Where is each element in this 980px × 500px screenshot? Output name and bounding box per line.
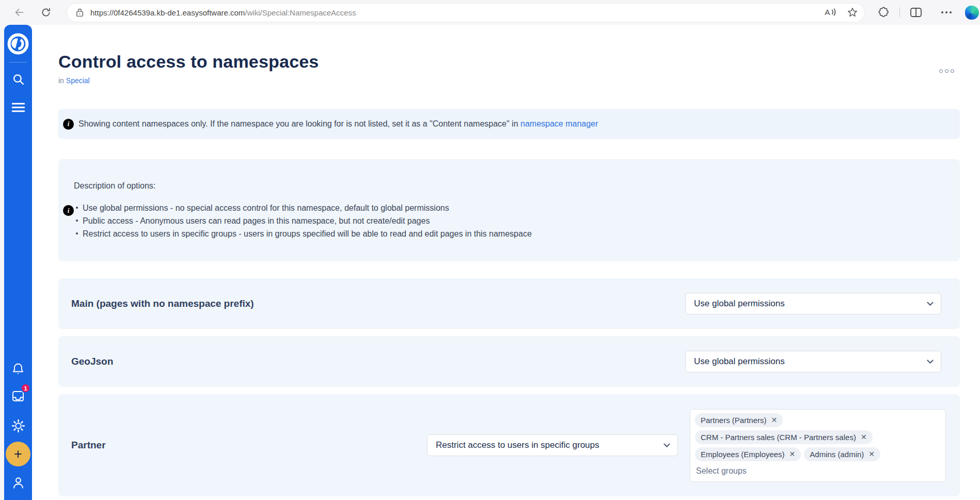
- permission-select-geojson[interactable]: Use global permissions: [685, 351, 941, 372]
- notifications-button[interactable]: [8, 360, 28, 378]
- selected-permission: Restrict access to users in specific gro…: [436, 440, 599, 450]
- url-domain: https://0f4264539a.kb-de1.easysoftware.c…: [90, 8, 245, 17]
- chevron-down-icon: [927, 357, 934, 364]
- app-logo[interactable]: [7, 33, 29, 55]
- copilot-icon[interactable]: [965, 6, 979, 20]
- favorite-star-icon[interactable]: [847, 7, 858, 18]
- group-tag-label: Admins (admin): [810, 450, 864, 459]
- description-bullet: Use global permissions - no special acce…: [74, 201, 944, 214]
- hamburger-menu-icon: [12, 102, 25, 113]
- read-aloud-icon[interactable]: A: [824, 7, 837, 18]
- plus-icon: +: [14, 447, 22, 461]
- split-screen-button[interactable]: [907, 4, 925, 21]
- namespace-row-partner: Partner Restrict access to users in spec…: [58, 394, 960, 496]
- group-tag-label: Employees (Employees): [701, 450, 785, 459]
- dot-icon: [941, 11, 943, 13]
- namespace-notice-banner: i Showing content namespaces only. If th…: [58, 109, 960, 139]
- description-bullet-list: Use global permissions - no special acce…: [74, 201, 944, 240]
- chevron-down-icon: [927, 299, 934, 306]
- page-title: Control access to namespaces: [58, 52, 960, 72]
- remove-tag-icon[interactable]: ✕: [771, 416, 778, 424]
- dot-icon: [950, 11, 952, 13]
- selected-permission: Use global permissions: [694, 356, 785, 367]
- notice-text: Showing content namespaces only. If the …: [78, 119, 598, 129]
- breadcrumb-link-special[interactable]: Special: [66, 76, 90, 85]
- remove-tag-icon[interactable]: ✕: [789, 450, 796, 458]
- namespace-row-main: Main (pages with no namespace prefix) Us…: [58, 278, 960, 329]
- url-path: /wiki/Special:NamespaceAccess: [245, 8, 356, 17]
- app-sidebar: 1 +: [4, 25, 32, 500]
- split-screen-icon: [910, 7, 922, 18]
- reload-icon: [41, 7, 51, 18]
- back-button[interactable]: [10, 4, 28, 21]
- ring-dot-icon: [951, 69, 954, 73]
- svg-text:A: A: [825, 8, 830, 17]
- url-text[interactable]: https://0f4264539a.kb-de1.easysoftware.c…: [90, 8, 818, 17]
- chevron-down-icon: [663, 441, 670, 447]
- namespace-label: Main (pages with no namespace prefix): [71, 298, 685, 309]
- address-bar[interactable]: https://0f4264539a.kb-de1.easysoftware.c…: [67, 4, 864, 22]
- ring-dot-icon: [945, 69, 949, 73]
- permission-select-partner[interactable]: Restrict access to users in specific gro…: [427, 434, 678, 456]
- remove-tag-icon[interactable]: ✕: [868, 450, 875, 458]
- person-icon: [12, 476, 25, 489]
- group-tag: Partners (Partners) ✕: [695, 413, 783, 427]
- permission-select-main[interactable]: Use global permissions: [685, 293, 941, 315]
- info-icon: i: [63, 205, 74, 216]
- description-bullet: Public access - Anonymous users can read…: [74, 214, 944, 227]
- lock-icon[interactable]: [75, 8, 84, 17]
- left-gutter: [0, 25, 4, 500]
- bell-icon: [11, 362, 25, 376]
- group-tag: Employees (Employees) ✕: [695, 447, 801, 461]
- search-icon: [12, 73, 25, 86]
- settings-button[interactable]: [8, 416, 28, 435]
- inbox-badge: 1: [21, 383, 30, 393]
- inbox-button[interactable]: 1: [8, 387, 28, 405]
- add-new-button[interactable]: +: [6, 442, 30, 466]
- sidebar-divider: [9, 62, 27, 62]
- browser-settings-menu-button[interactable]: [938, 11, 955, 13]
- page-overflow-menu-button[interactable]: [937, 67, 956, 75]
- group-select-box[interactable]: Partners (Partners) ✕ CRM - Partners sal…: [690, 409, 946, 482]
- selected-permission: Use global permissions: [694, 299, 785, 309]
- extensions-button[interactable]: [874, 4, 891, 21]
- group-tag: CRM - Partners sales (CRM - Partners sal…: [695, 430, 873, 444]
- remove-tag-icon[interactable]: ✕: [861, 433, 867, 441]
- group-tag-label: Partners (Partners): [701, 416, 767, 425]
- namespace-row-geojson: GeoJson Use global permissions: [58, 336, 960, 387]
- easy-software-logo-icon: [7, 33, 29, 55]
- info-icon: i: [63, 119, 74, 130]
- sidebar-search-button[interactable]: [8, 70, 28, 88]
- notice-text-body: Showing content namespaces only. If the …: [78, 119, 518, 128]
- reload-button[interactable]: [37, 4, 55, 21]
- group-tag: Admins (admin) ✕: [804, 447, 880, 461]
- user-profile-button[interactable]: [8, 473, 28, 492]
- dot-icon: [945, 11, 947, 13]
- description-heading: Description of options:: [74, 181, 944, 191]
- breadcrumb: in Special: [58, 76, 960, 85]
- back-arrow-icon: [13, 7, 25, 18]
- namespace-label: GeoJson: [71, 356, 685, 367]
- namespace-manager-link[interactable]: namespace manager: [520, 119, 598, 128]
- options-description-box: i Description of options: Use global per…: [58, 159, 960, 261]
- group-select-placeholder[interactable]: Select groups: [695, 464, 941, 478]
- browser-toolbar: https://0f4264539a.kb-de1.easysoftware.c…: [0, 0, 980, 25]
- ring-dot-icon: [939, 69, 943, 73]
- toolbar-divider: [899, 7, 900, 18]
- description-bullet: Restrict access to users in specific gro…: [74, 227, 944, 240]
- sidebar-menu-button[interactable]: [8, 98, 28, 117]
- namespace-label: Partner: [71, 440, 427, 451]
- puzzle-icon: [877, 7, 889, 18]
- gear-icon: [11, 419, 25, 433]
- breadcrumb-prefix: in: [58, 76, 64, 85]
- main-content: Control access to namespaces in Special …: [32, 25, 980, 500]
- group-tag-label: CRM - Partners sales (CRM - Partners sal…: [701, 433, 856, 442]
